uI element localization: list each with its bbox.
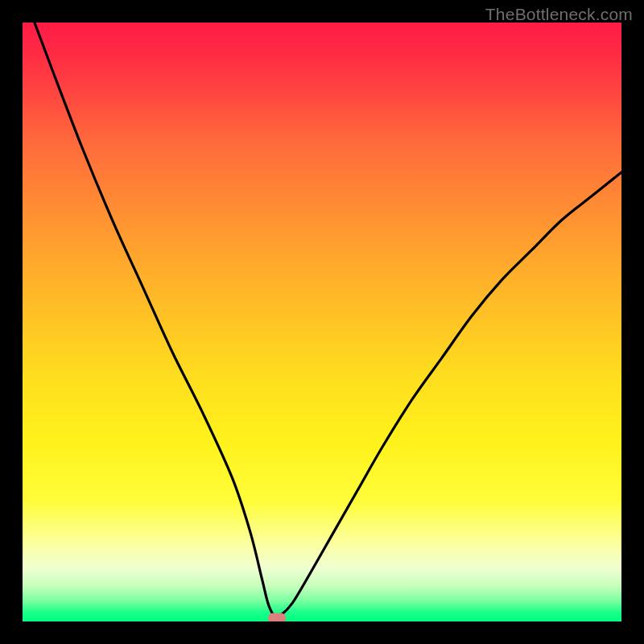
watermark-text: TheBottleneck.com: [485, 5, 633, 24]
plot-area: [23, 23, 621, 621]
chart-frame: TheBottleneck.com: [0, 0, 644, 644]
bottleneck-curve: [23, 23, 621, 621]
optimal-point-marker: [268, 613, 286, 621]
